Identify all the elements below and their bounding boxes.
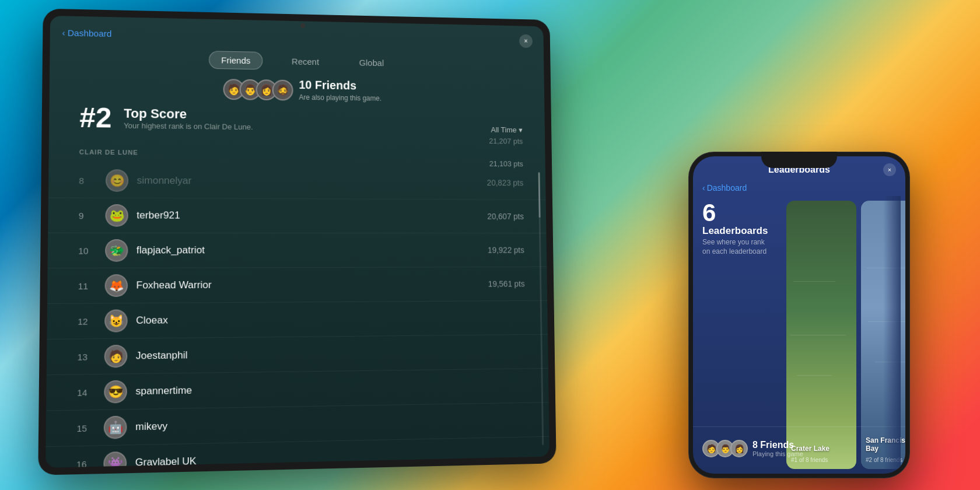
ipad-back-nav[interactable]: ‹ Dashboard <box>62 27 111 38</box>
all-time-label: All Time <box>491 125 516 134</box>
iphone-nav-label: Dashboard <box>707 183 747 192</box>
top-score-label: Top Score <box>124 106 253 123</box>
top-score-sub: Your highest rank is on Clair De Lune. <box>124 121 253 131</box>
iphone-friends-count: 8 Friends <box>752 440 803 450</box>
tab-global[interactable]: Global <box>348 54 395 72</box>
chevron-left-icon: ‹ <box>62 27 65 37</box>
name-9: terber921 <box>136 209 487 222</box>
avatar-16: 👾 <box>103 452 127 468</box>
iphone-divider <box>693 426 905 427</box>
avatar-13: 🧑 <box>104 345 128 368</box>
map-card-crater-lake[interactable]: Crater Lake #1 of 8 friends <box>786 201 856 469</box>
name-16: Graylabel UK <box>135 448 527 467</box>
lb-label: Leaderboards <box>702 225 772 237</box>
iphone-friends-section: 🧑 👨 👩 8 Friends Playing this game <box>702 440 803 457</box>
iphone-avatar-3: 👩 <box>730 440 748 457</box>
chevron-down-icon: ▾ <box>519 126 523 135</box>
score-info: Top Score Your highest rank is on Clair … <box>124 106 253 132</box>
tab-friends[interactable]: Friends <box>209 51 262 69</box>
avatar-10: 🐲 <box>105 239 128 262</box>
close-icon: × <box>524 37 528 46</box>
ipad-nav-label: Dashboard <box>68 28 112 39</box>
partial-pts: 21,207 pts <box>489 136 523 145</box>
name-12: Cloeax <box>136 312 525 327</box>
ipad-close-button[interactable]: × <box>519 34 533 48</box>
ipad-screen: ‹ Dashboard × Friends Recent Global 🧑 👨 … <box>46 16 550 468</box>
friends-subtitle: Are also playing this game. <box>299 93 382 103</box>
pts-11: 19,561 pts <box>488 279 525 289</box>
name-14: spannertime <box>135 380 526 397</box>
friends-avatars: 🧑 👨 👩 🧔 <box>223 79 293 100</box>
avatar-9: 🐸 <box>105 204 128 227</box>
all-time-filter[interactable]: All Time ▾ <box>491 125 523 134</box>
iphone-close-button[interactable]: × <box>883 163 896 176</box>
score-item-12[interactable]: 12 😺 Cloeax <box>47 301 548 340</box>
map-decoration <box>786 201 856 469</box>
leaderboard-label: CLAIR DE LUNE <box>79 148 138 156</box>
name-13: Joestanphil <box>136 346 526 362</box>
friends-count: 10 Friends <box>299 78 382 93</box>
iphone-friends-avatars: 🧑 👨 👩 <box>702 440 748 457</box>
iphone-friends-sub: Playing this game <box>752 450 803 457</box>
map-fade-overlay <box>883 196 901 474</box>
score-section: #2 Top Score Your highest rank is on Cla… <box>79 102 253 136</box>
pts-9: 20,607 pts <box>487 212 524 221</box>
name-8: simonnelyar <box>137 175 487 188</box>
close-icon: × <box>888 166 891 173</box>
rank-15: 15 <box>77 422 96 433</box>
avatar-12: 😺 <box>104 309 128 332</box>
ipad-tab-bar: Friends Recent Global <box>209 51 395 72</box>
iphone-lb-count-section: 6 Leaderboards See where you rank on eac… <box>702 201 772 256</box>
rank-11: 11 <box>78 281 96 291</box>
avatar-14: 😎 <box>104 380 127 404</box>
rank-8: 8 <box>79 176 97 186</box>
avatar-15: 🤖 <box>104 416 127 439</box>
rank-12: 12 <box>78 316 96 327</box>
rank-14: 14 <box>77 387 96 397</box>
avatar-11: 🦊 <box>104 274 128 297</box>
iphone-device: × Leaderboards ‹ Dashboard 6 Leaderboard… <box>688 152 910 478</box>
iphone-screen: × Leaderboards ‹ Dashboard 6 Leaderboard… <box>693 156 905 474</box>
score-list: 8 😊 simonnelyar 20,823 pts 9 🐸 terber921… <box>46 163 550 468</box>
rank-13: 13 <box>78 351 96 362</box>
score-item-8[interactable]: 8 😊 simonnelyar 20,823 pts <box>48 163 546 200</box>
pts-10: 19,922 pts <box>488 246 524 255</box>
score-item-10[interactable]: 10 🐲 flapjack_patriot 19,922 pts <box>48 233 547 269</box>
pts-8: 20,823 pts <box>487 178 524 187</box>
iphone-notch <box>761 152 837 168</box>
name-11: Foxhead Warrior <box>136 278 488 292</box>
avatar: 🧔 <box>272 79 293 100</box>
map-rank-crater-lake: #1 of 8 friends <box>791 457 828 463</box>
rank-number: #2 <box>79 102 112 134</box>
chevron-left-icon: ‹ <box>702 183 705 192</box>
rank-16: 16 <box>76 459 95 468</box>
iphone-friends-text: 8 Friends Playing this game <box>752 440 803 457</box>
avatar-8: 😊 <box>106 169 128 192</box>
ipad-camera <box>300 23 305 28</box>
iphone-back-nav[interactable]: ‹ Dashboard <box>702 183 747 192</box>
ipad-device: ‹ Dashboard × Friends Recent Global 🧑 👨 … <box>38 9 556 475</box>
name-10: flapjack_patriot <box>136 244 488 257</box>
score-item-11[interactable]: 11 🦊 Foxhead Warrior 19,561 pts <box>47 267 547 304</box>
rank-9: 9 <box>79 211 97 220</box>
friends-info: 10 Friends Are also playing this game. <box>299 78 382 103</box>
name-15: mikevy <box>135 414 527 433</box>
rank-10: 10 <box>78 246 96 256</box>
lb-number: 6 <box>702 201 772 225</box>
lb-sub: See where you rank on each leaderboard <box>702 238 772 256</box>
tab-recent[interactable]: Recent <box>280 52 331 70</box>
score-item-9[interactable]: 9 🐸 terber921 20,607 pts <box>48 198 546 233</box>
friends-header: 🧑 👨 👩 🧔 10 Friends Are also playing this… <box>223 77 382 103</box>
